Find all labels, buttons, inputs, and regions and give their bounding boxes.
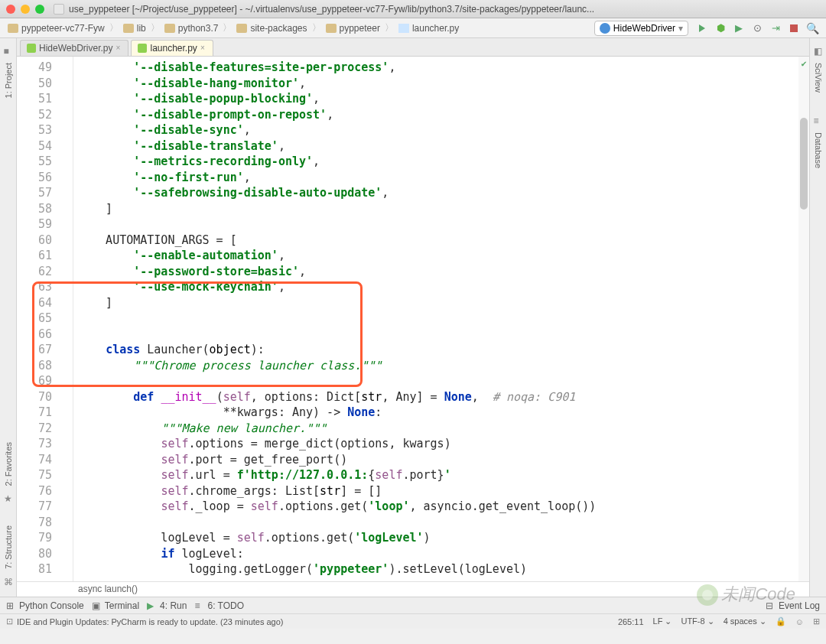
- project-tool[interactable]: 1: Project: [4, 63, 13, 98]
- close-icon[interactable]: [6, 5, 15, 14]
- sciview-tool[interactable]: SciView: [814, 63, 823, 93]
- folder-icon: [326, 24, 337, 33]
- bottom-tool-bar: ⊞Python Console ▣Terminal ▶4: Run ≡6: TO…: [0, 597, 826, 613]
- right-tool-strip: ◧ SciView ≡ Database: [809, 38, 826, 597]
- notifications-icon[interactable]: ⊡: [6, 616, 17, 626]
- fold-gutter[interactable]: [60, 57, 73, 581]
- scrollbar[interactable]: ✔: [798, 57, 809, 581]
- folder-icon: [8, 24, 18, 33]
- python-console-tool[interactable]: ⊞Python Console: [6, 600, 84, 611]
- lock-icon[interactable]: 🔒: [776, 616, 786, 626]
- terminal-tool[interactable]: ▣Terminal: [92, 600, 139, 611]
- run-coverage-button[interactable]: ▶: [732, 21, 746, 35]
- folder-icon: [164, 24, 175, 33]
- code-editor[interactable]: 49 50 51 52 53 54 55 56 57 58 59 60 61 6…: [17, 57, 809, 581]
- breadcrumb-item[interactable]: lib: [120, 21, 149, 35]
- todo-tool[interactable]: ≡6: TODO: [194, 600, 244, 611]
- event-log-tool[interactable]: ⊟Event Log: [766, 600, 820, 611]
- editor-tabs: HideWebDriver.py × launcher.py ×: [17, 38, 809, 57]
- tab-launcher[interactable]: launcher.py ×: [131, 40, 213, 56]
- structure-tool[interactable]: 7: Structure: [4, 525, 13, 569]
- breadcrumb-item[interactable]: pyppeteer: [323, 21, 383, 35]
- left-tool-strip: ■ 1: Project 2: Favorites ★ 7: Structure…: [0, 38, 17, 597]
- status-message: IDE and Plugin Updates: PyCharm is ready…: [17, 617, 284, 626]
- profile-button[interactable]: ⊙: [750, 21, 764, 35]
- breadcrumb-item[interactable]: python3.7: [161, 21, 222, 35]
- breadcrumb-item[interactable]: site-packages: [233, 21, 310, 35]
- sciview-icon[interactable]: ◧: [814, 46, 823, 55]
- window-title: use_pyppeteer [~/Project/use_pyppeteer] …: [69, 4, 820, 15]
- search-icon[interactable]: 🔍: [805, 21, 819, 35]
- structure-icon[interactable]: ⌘: [4, 577, 13, 586]
- navigation-bar: pyppeteer-vc77-Fyw〉 lib〉 python3.7〉 site…: [0, 18, 826, 38]
- inspection-icon[interactable]: ☺: [795, 617, 804, 626]
- indent[interactable]: 4 spaces ⌄: [724, 616, 766, 626]
- folder-icon: [123, 24, 134, 33]
- window-controls: [6, 5, 44, 14]
- line-numbers: 49 50 51 52 53 54 55 56 57 58 59 60 61 6…: [17, 57, 60, 581]
- folder-icon: [236, 24, 247, 33]
- window-title-bar: use_pyppeteer [~/Project/use_pyppeteer] …: [0, 0, 826, 18]
- status-bar: ⊡ IDE and Plugin Updates: PyCharm is rea…: [0, 613, 826, 629]
- project-icon: [54, 4, 64, 15]
- memory-icon[interactable]: ⊞: [813, 616, 820, 626]
- minimize-icon[interactable]: [21, 5, 30, 14]
- python-icon: [600, 23, 610, 34]
- close-icon[interactable]: ×: [200, 45, 206, 51]
- cursor-position[interactable]: 265:11: [618, 617, 644, 626]
- close-icon[interactable]: ×: [115, 45, 122, 51]
- database-tool[interactable]: Database: [814, 132, 823, 168]
- attach-button[interactable]: ⇥: [769, 21, 782, 35]
- breadcrumb-item[interactable]: pyppeteer-vc77-Fyw: [5, 21, 108, 35]
- python-file-icon: [138, 44, 147, 53]
- debug-button[interactable]: ⬢: [714, 21, 727, 35]
- encoding[interactable]: UTF-8 ⌄: [681, 616, 714, 626]
- python-file-icon: [27, 44, 36, 53]
- inspection-ok-icon: ✔: [798, 57, 809, 69]
- run-config-selector[interactable]: HideWebDriver ▾: [594, 21, 688, 36]
- run-button[interactable]: [695, 21, 709, 35]
- maximize-icon[interactable]: [35, 5, 44, 14]
- file-icon: [398, 24, 409, 33]
- project-tool-icon[interactable]: ■: [4, 46, 13, 55]
- line-separator[interactable]: LF ⌄: [653, 616, 672, 626]
- scrollbar-thumb[interactable]: [800, 118, 808, 210]
- run-tool[interactable]: ▶4: Run: [147, 600, 187, 611]
- tab-hidewebdriver[interactable]: HideWebDriver.py ×: [20, 40, 128, 56]
- breadcrumb-item[interactable]: launcher.py: [395, 21, 462, 35]
- stop-button[interactable]: [787, 21, 801, 35]
- editor-breadcrumb[interactable]: async launch(): [17, 581, 809, 597]
- star-icon[interactable]: ★: [4, 493, 13, 503]
- database-icon[interactable]: ≡: [814, 115, 823, 125]
- favorites-tool[interactable]: 2: Favorites: [4, 442, 13, 486]
- code-content[interactable]: '--disable-features=site-per-process', '…: [73, 57, 809, 581]
